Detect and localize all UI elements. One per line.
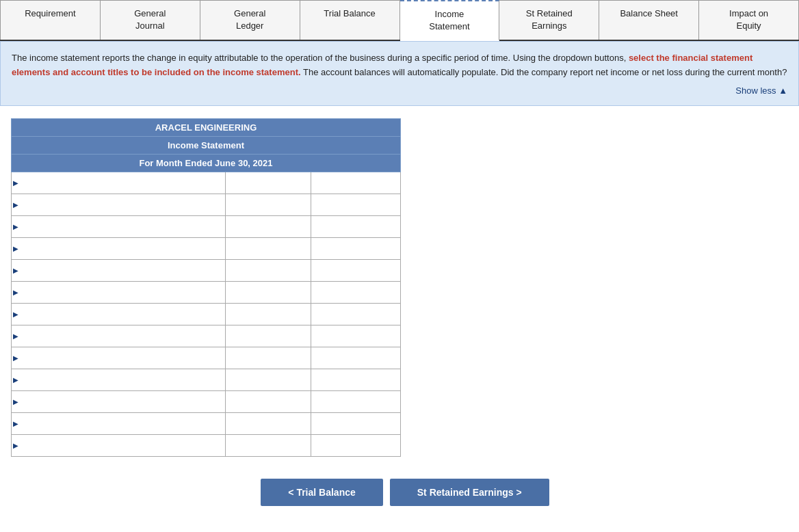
show-less-button[interactable]: Show less ▲ [12, 84, 787, 98]
statement-container: ARACEL ENGINEERING Income Statement For … [11, 118, 401, 457]
table-row: ▶ [12, 215, 401, 237]
table-row: ▶ [12, 172, 401, 194]
dropdown-arrow-icon[interactable]: ▶ [13, 179, 18, 187]
next-button[interactable]: St Retained Earnings > [390, 479, 549, 506]
tab-balance-sheet[interactable]: Balance Sheet [599, 0, 699, 40]
table-row: ▶ [12, 303, 401, 325]
tab-trial-balance[interactable]: Trial Balance [300, 0, 400, 40]
instruction-box: The income statement reports the change … [0, 41, 799, 105]
tab-bar: Requirement GeneralJournal GeneralLedger… [0, 0, 799, 41]
table-row: ▶ [12, 259, 401, 281]
table-row: ▶ [12, 325, 401, 347]
dropdown-arrow-icon[interactable]: ▶ [13, 223, 18, 230]
bottom-buttons: < Trial Balance St Retained Earnings > [11, 468, 799, 517]
dropdown-arrow-icon[interactable]: ▶ [13, 398, 18, 405]
tab-general-ledger[interactable]: GeneralLedger [200, 0, 300, 40]
table-row: ▶ [12, 281, 401, 303]
table-row: ▶ [12, 369, 401, 390]
dropdown-arrow-icon[interactable]: ▶ [13, 442, 18, 449]
statement-type: Income Statement [12, 136, 401, 154]
table-row: ▶ [12, 237, 401, 259]
table-row: ▶ [12, 412, 401, 434]
dropdown-arrow-icon[interactable]: ▶ [13, 332, 18, 340]
statement-company-row: ARACEL ENGINEERING [12, 118, 401, 136]
tab-income-statement[interactable]: IncomeStatement [400, 0, 500, 41]
statement-period: For Month Ended June 30, 2021 [12, 154, 401, 172]
instruction-text-after: The account balances will automatically … [301, 67, 787, 77]
instruction-text-before: The income statement reports the change … [12, 53, 629, 63]
dropdown-arrow-icon[interactable]: ▶ [13, 245, 18, 252]
dropdown-arrow-icon[interactable]: ▶ [13, 420, 18, 427]
prev-button[interactable]: < Trial Balance [261, 479, 382, 506]
table-row: ▶ [12, 434, 401, 456]
main-content: ARACEL ENGINEERING Income Statement For … [0, 106, 799, 468]
table-row: ▶ [12, 390, 401, 412]
dropdown-arrow-icon[interactable]: ▶ [13, 354, 18, 362]
table-row: ▶ [12, 347, 401, 369]
company-name: ARACEL ENGINEERING [12, 118, 401, 136]
table-row: ▶ [12, 194, 401, 215]
dropdown-arrow-icon[interactable]: ▶ [13, 201, 18, 209]
dropdown-arrow-icon[interactable]: ▶ [13, 267, 18, 274]
income-statement-table: ARACEL ENGINEERING Income Statement For … [11, 118, 401, 457]
tab-requirement[interactable]: Requirement [0, 0, 101, 40]
dropdown-arrow-icon[interactable]: ▶ [13, 289, 18, 296]
dropdown-arrow-icon[interactable]: ▶ [13, 376, 18, 384]
tab-general-journal[interactable]: GeneralJournal [101, 0, 200, 40]
dropdown-arrow-icon[interactable]: ▶ [13, 310, 18, 318]
tab-st-retained-earnings[interactable]: St RetainedEarnings [499, 0, 599, 40]
statement-period-row: For Month Ended June 30, 2021 [12, 154, 401, 172]
tab-impact-on-equity[interactable]: Impact onEquity [699, 0, 799, 40]
statement-type-row: Income Statement [12, 136, 401, 154]
